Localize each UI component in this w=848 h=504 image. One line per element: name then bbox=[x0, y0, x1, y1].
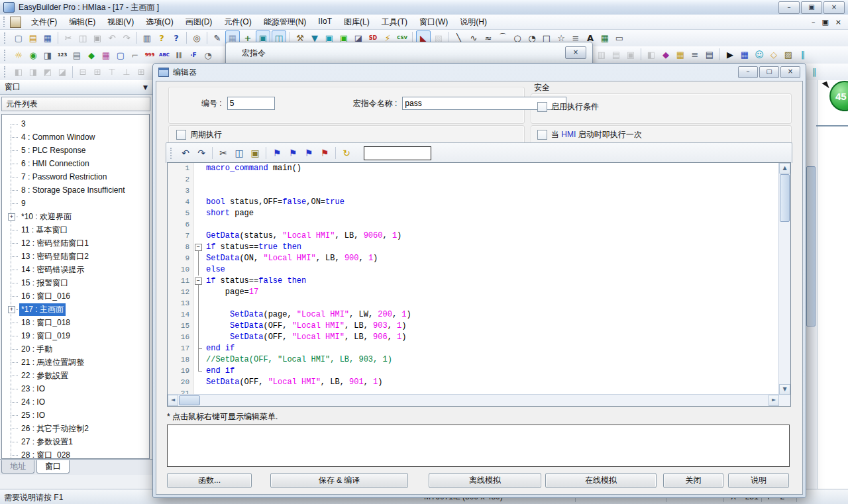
numeric-display-icon[interactable]: 999 bbox=[143, 48, 156, 62]
code-line[interactable]: 16 SetData(OFF, "Local HMI", LB, 906, 1) bbox=[168, 332, 779, 343]
menu-item[interactable]: 工具(T) bbox=[376, 15, 413, 30]
menu-item[interactable]: IIoT bbox=[312, 15, 338, 30]
tree-item[interactable]: 22 : 參數設置 bbox=[2, 369, 149, 382]
tree-expander-icon[interactable]: + bbox=[8, 306, 15, 313]
tree-item[interactable]: 6 : HMI Connection bbox=[2, 157, 149, 170]
search-icon[interactable]: ↻ bbox=[339, 146, 354, 160]
code-line[interactable]: 19end if bbox=[168, 366, 779, 377]
menu-item[interactable]: 视图(V) bbox=[101, 15, 140, 30]
tag-library-icon[interactable]: ◇ bbox=[767, 48, 780, 61]
menu-item[interactable]: 图库(L) bbox=[338, 15, 376, 30]
help-button[interactable]: 说明 bbox=[728, 473, 789, 488]
fold-collapse-icon[interactable] bbox=[194, 276, 203, 287]
code-line[interactable]: 12 page=17 bbox=[168, 287, 779, 298]
macro-editor-icon[interactable]: ▨ bbox=[782, 48, 795, 61]
exec-condition-checkbox[interactable] bbox=[537, 102, 547, 112]
dialog-maximize-icon[interactable]: ▢ bbox=[759, 66, 779, 78]
periodic-checkbox[interactable] bbox=[176, 130, 186, 140]
address-table-icon[interactable]: ▦ bbox=[738, 48, 751, 61]
tree-item[interactable]: 28 : 窗口_028 bbox=[2, 448, 149, 459]
library-cabinet-icon[interactable]: ▤ bbox=[703, 48, 716, 61]
cut-icon[interactable]: ✂ bbox=[216, 146, 231, 160]
tree-item[interactable]: 15 : 报警窗口 bbox=[2, 276, 149, 289]
object-list-icon[interactable]: ≡ bbox=[688, 48, 702, 61]
menu-item[interactable]: 元件(O) bbox=[218, 15, 257, 30]
scroll-left-icon[interactable]: ◄ bbox=[168, 395, 178, 406]
recipe-database-icon[interactable]: ◆ bbox=[659, 48, 672, 61]
run-on-startup-checkbox[interactable] bbox=[537, 130, 547, 140]
function-button[interactable]: 函数... bbox=[167, 473, 252, 488]
chevron-down-icon[interactable]: ▼ bbox=[143, 84, 148, 91]
code-line[interactable]: 18//SetData(OFF, "Local HMI", LB, 903, 1… bbox=[168, 354, 779, 366]
code-line[interactable]: 17end if bbox=[168, 343, 779, 354]
dialog-close-icon[interactable]: × bbox=[780, 66, 800, 78]
tree-item[interactable]: 23 : IO bbox=[2, 382, 149, 395]
import-object-icon[interactable]: ◆ bbox=[85, 48, 98, 62]
print-icon[interactable]: ▥ bbox=[140, 31, 154, 44]
tree-expander-icon[interactable]: + bbox=[8, 213, 15, 221]
word-lamp-icon[interactable]: ◉ bbox=[26, 48, 40, 62]
code-line[interactable]: 20SetData(OFF, "Local HMI", LB, 901, 1) bbox=[168, 377, 779, 388]
tree-item[interactable]: 18 : 窗口_018 bbox=[2, 316, 149, 329]
tree-item[interactable]: +*10 : 欢迎界面 bbox=[2, 210, 149, 223]
code-line[interactable]: 11if status==false then bbox=[168, 276, 779, 287]
mdi-restore-icon[interactable]: ▣ bbox=[822, 18, 828, 26]
tree-item[interactable]: 8 : Storage Space Insufficient bbox=[2, 183, 149, 197]
macro-id-input[interactable] bbox=[227, 97, 275, 110]
address-grid-icon[interactable]: ▦ bbox=[674, 48, 687, 61]
close-icon[interactable]: × bbox=[823, 1, 845, 14]
undo-icon[interactable]: ↶ bbox=[178, 146, 193, 160]
menu-item[interactable]: 能源管理(N) bbox=[258, 15, 313, 30]
pen-draw-icon[interactable]: ✎ bbox=[211, 31, 224, 44]
tree-item[interactable]: 4 : Common Window bbox=[2, 130, 149, 144]
toolbar-handle[interactable] bbox=[170, 148, 174, 159]
tab-address[interactable]: 地址 bbox=[1, 460, 34, 474]
scroll-down-icon[interactable]: ▼ bbox=[779, 384, 790, 395]
multi-state-icon[interactable]: ▤ bbox=[70, 48, 83, 62]
panel-header[interactable]: 窗口 ▼ bbox=[0, 80, 152, 95]
mdi-minimize-icon[interactable]: – bbox=[812, 18, 816, 26]
code-line[interactable]: 7GetData(status, "Local HMI", LB, 9060, … bbox=[168, 230, 779, 242]
code-line[interactable]: 4bool status,OFF=false,ON=true bbox=[168, 197, 779, 208]
new-project-icon[interactable]: ▢ bbox=[12, 31, 25, 44]
code-line[interactable]: 9SetData(ON, "Local HMI", LB, 900, 1) bbox=[168, 253, 779, 264]
tree-item[interactable]: 21 : 馬達位置調整 bbox=[2, 356, 149, 369]
tree-item[interactable]: 27 : 参数设置1 bbox=[2, 435, 149, 448]
menu-item[interactable]: 选项(O) bbox=[140, 15, 179, 30]
code-line[interactable]: 6 bbox=[168, 219, 779, 230]
tab-window[interactable]: 窗口 bbox=[36, 460, 70, 474]
tree-item[interactable]: 7 : Password Restriction bbox=[2, 170, 149, 183]
picture-tool-icon[interactable]: ▦ bbox=[598, 31, 611, 44]
tree-item[interactable]: 25 : IO bbox=[2, 409, 149, 422]
code-line[interactable]: 3 bbox=[168, 185, 779, 197]
code-line[interactable]: 8if status==true then bbox=[168, 242, 779, 253]
menu-item[interactable]: 窗口(W) bbox=[413, 15, 454, 30]
easy-watch-icon[interactable]: ☺ bbox=[753, 48, 766, 61]
tree-item[interactable]: 24 : IO bbox=[2, 395, 149, 409]
option-list-icon[interactable]: ▦ bbox=[99, 48, 113, 62]
element-list-header[interactable]: 元件列表 bbox=[1, 97, 150, 111]
scroll-up-icon[interactable]: ▲ bbox=[779, 163, 790, 174]
gauge-badge[interactable]: 45 bbox=[829, 81, 848, 111]
tree-item[interactable]: 16 : 窗口_016 bbox=[2, 289, 149, 303]
set-bit-icon[interactable]: ◨ bbox=[41, 48, 54, 62]
minimize-icon[interactable]: – bbox=[778, 1, 800, 14]
compiler-message-box[interactable] bbox=[167, 425, 790, 467]
scroll-right-icon[interactable]: ► bbox=[768, 395, 779, 406]
tree-item[interactable]: 13 : 密码登陆窗口2 bbox=[2, 250, 149, 263]
pointer-tool-icon[interactable]: ▶ bbox=[723, 48, 737, 61]
code-line[interactable]: 10else bbox=[168, 264, 779, 276]
code-horizontal-scrollbar[interactable]: ◄ ► bbox=[168, 394, 779, 406]
toolbar-handle[interactable] bbox=[4, 66, 8, 77]
code-line[interactable]: 1macro_command main() bbox=[168, 163, 779, 174]
toolbar-handle[interactable] bbox=[4, 50, 8, 61]
fold-collapse-icon[interactable] bbox=[194, 242, 203, 253]
menu-item[interactable]: 说明(H) bbox=[454, 15, 493, 30]
restore-icon[interactable]: ▣ bbox=[801, 1, 822, 14]
barcode-icon[interactable]: ‖‖ bbox=[172, 48, 186, 62]
ascii-display-icon[interactable]: ABC bbox=[158, 48, 171, 62]
code-line[interactable]: 5short page bbox=[168, 208, 779, 219]
code-line[interactable]: 13 bbox=[168, 298, 779, 309]
next-bookmark-icon[interactable]: ⚑ bbox=[286, 146, 300, 160]
canvas-vertical-scrollbar[interactable] bbox=[805, 80, 818, 489]
